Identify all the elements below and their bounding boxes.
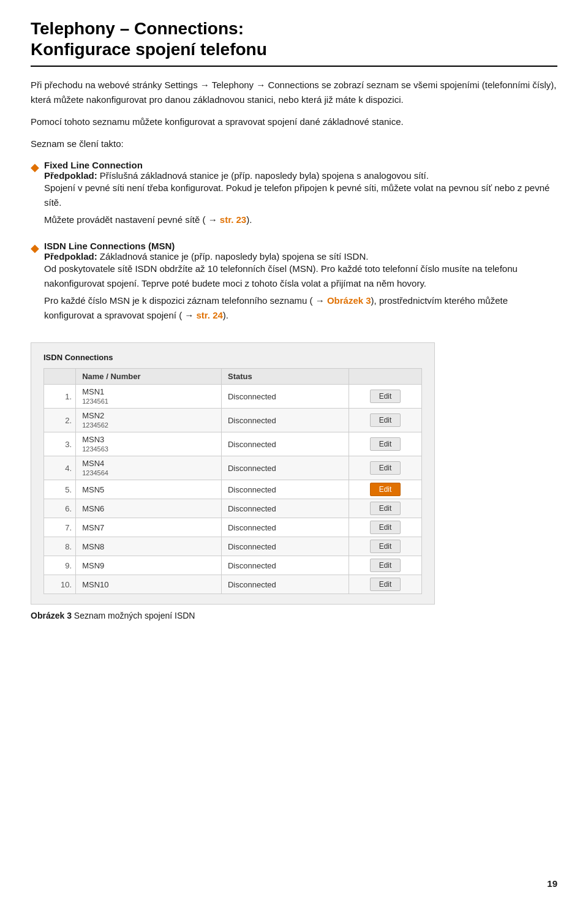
edit-button-2[interactable]: Edit (370, 413, 401, 427)
row-action[interactable]: Edit (349, 456, 422, 480)
row-num: 3. (44, 432, 76, 456)
msn-name: MSN1 (82, 387, 104, 396)
edit-button-9[interactable]: Edit (370, 559, 401, 572)
row-name: MSN11234561 (76, 385, 222, 409)
row-action[interactable]: Edit (349, 518, 422, 537)
msn-number: 1234563 (82, 445, 108, 453)
row-num: 2. (44, 409, 76, 432)
msn-number: 1234561 (82, 398, 108, 405)
table-row: 3.MSN31234563DisconnectedEdit (44, 432, 422, 456)
row-status: Disconnected (221, 385, 349, 409)
table-row: 10.MSN10DisconnectedEdit (44, 575, 422, 594)
edit-button-1[interactable]: Edit (370, 390, 401, 403)
row-action[interactable]: Edit (349, 575, 422, 594)
edit-button-10[interactable]: Edit (370, 578, 401, 591)
row-action[interactable]: Edit (349, 409, 422, 432)
title-line1: Telephony – Connections: (31, 19, 244, 38)
row-num: 1. (44, 385, 76, 409)
row-name: MSN7 (76, 518, 222, 537)
isdn-text3: Pro každé číslo MSN je k dispozici zázna… (44, 293, 557, 323)
intro-para2: Pomocí tohoto seznamu můžete konfigurova… (31, 115, 557, 129)
row-name: MSN31234563 (76, 432, 222, 456)
fixed-line-title: Fixed Line Connection (44, 160, 557, 170)
row-name: MSN6 (76, 499, 222, 518)
col-header-action (349, 369, 422, 385)
table-body: 1.MSN11234561DisconnectedEdit2.MSN212345… (44, 385, 422, 594)
fixed-line-content: Fixed Line Connection Předpoklad: Příslu… (44, 160, 557, 235)
edit-button-7[interactable]: Edit (370, 521, 401, 534)
row-num: 4. (44, 456, 76, 480)
row-status: Disconnected (221, 518, 349, 537)
row-status: Disconnected (221, 556, 349, 575)
list-intro: Seznam se člení takto: (31, 137, 557, 151)
row-name: MSN9 (76, 556, 222, 575)
fixed-line-prereq: Předpoklad: Příslušná základnová stanice… (44, 170, 557, 181)
isdn-table-title: ISDN Connections (43, 353, 422, 362)
table-row: 1.MSN11234561DisconnectedEdit (44, 385, 422, 409)
edit-button-6[interactable]: Edit (370, 502, 401, 515)
edit-button-3[interactable]: Edit (370, 437, 401, 451)
fixed-line-text3: Můžete provádět nastavení pevné sítě ( →… (44, 213, 557, 227)
table-row: 4.MSN41234564DisconnectedEdit (44, 456, 422, 480)
isdn-prereq: Předpoklad: Základnová stanice je (příp.… (44, 251, 557, 262)
isdn-title: ISDN Line Connections (MSN) (44, 241, 557, 251)
page-number: 19 (547, 878, 557, 889)
caption-label-text: Obrázek 3 (31, 611, 72, 620)
row-action[interactable]: Edit (349, 480, 422, 499)
row-status: Disconnected (221, 409, 349, 432)
row-status: Disconnected (221, 480, 349, 499)
isdn-text2: Od poskytovatele sítě ISDN obdržíte až 1… (44, 262, 557, 291)
row-status: Disconnected (221, 575, 349, 594)
row-status: Disconnected (221, 537, 349, 556)
col-header-num (44, 369, 76, 385)
table-row: 8.MSN8DisconnectedEdit (44, 537, 422, 556)
table-row: 2.MSN21234562DisconnectedEdit (44, 409, 422, 432)
row-name: MSN8 (76, 537, 222, 556)
row-num: 10. (44, 575, 76, 594)
figure-caption: Obrázek 3 Seznam možných spojení ISDN (31, 611, 557, 620)
fixed-line-link[interactable]: str. 23 (220, 214, 246, 225)
section-list: ◆ Fixed Line Connection Předpoklad: Přís… (31, 160, 557, 330)
row-status: Disconnected (221, 432, 349, 456)
isdn-link2[interactable]: str. 24 (196, 310, 222, 320)
msn-name: MSN3 (82, 435, 104, 444)
msn-name: MSN2 (82, 411, 104, 420)
title-line2: Konfigurace spojení telefonu (31, 40, 267, 59)
row-action[interactable]: Edit (349, 537, 422, 556)
edit-button-4[interactable]: Edit (370, 461, 401, 475)
table-row: 5.MSN5DisconnectedEdit (44, 480, 422, 499)
row-status: Disconnected (221, 456, 349, 480)
col-header-name: Name / Number (76, 369, 222, 385)
row-action[interactable]: Edit (349, 432, 422, 456)
row-name: MSN41234564 (76, 456, 222, 480)
bullet-fixed-line: ◆ (31, 160, 39, 174)
row-name: MSN21234562 (76, 409, 222, 432)
intro-para1: Při přechodu na webové stránky Settings … (31, 78, 557, 107)
row-name: MSN5 (76, 480, 222, 499)
page-title: Telephony – Connections: Konfigurace spo… (31, 18, 557, 67)
table-row: 7.MSN7DisconnectedEdit (44, 518, 422, 537)
table-row: 9.MSN9DisconnectedEdit (44, 556, 422, 575)
edit-button-5[interactable]: Edit (370, 483, 401, 496)
row-action[interactable]: Edit (349, 499, 422, 518)
row-num: 9. (44, 556, 76, 575)
isdn-link1[interactable]: Obrázek 3 (327, 295, 371, 306)
bullet-isdn: ◆ (31, 241, 39, 255)
row-num: 8. (44, 537, 76, 556)
col-header-status: Status (221, 369, 349, 385)
table-row: 6.MSN6DisconnectedEdit (44, 499, 422, 518)
list-item-fixed-line: ◆ Fixed Line Connection Předpoklad: Přís… (31, 160, 557, 235)
row-num: 7. (44, 518, 76, 537)
row-num: 5. (44, 480, 76, 499)
row-status: Disconnected (221, 499, 349, 518)
msn-number: 1234562 (82, 421, 108, 429)
row-action[interactable]: Edit (349, 556, 422, 575)
msn-number: 1234564 (82, 469, 108, 477)
table-header-row: Name / Number Status (44, 369, 422, 385)
edit-button-8[interactable]: Edit (370, 540, 401, 553)
isdn-connections-table: Name / Number Status 1.MSN11234561Discon… (43, 368, 422, 594)
msn-name: MSN4 (82, 459, 104, 468)
isdn-table-wrapper: ISDN Connections Name / Number Status 1.… (31, 342, 435, 605)
row-name: MSN10 (76, 575, 222, 594)
row-action[interactable]: Edit (349, 385, 422, 409)
